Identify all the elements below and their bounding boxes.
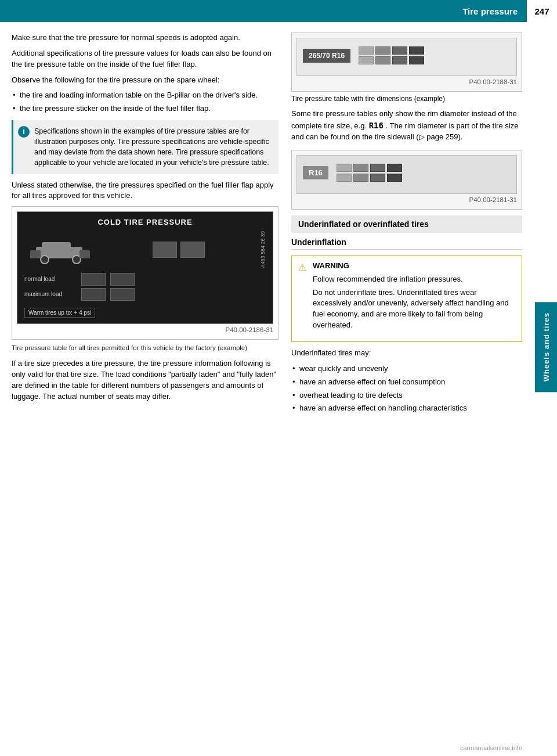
- warning-triangle-icon: ⚠: [296, 262, 308, 273]
- r16-table-image: R16: [296, 155, 517, 194]
- section-subheading: Underinflation: [291, 237, 522, 247]
- tire-table-title: COLD TIRE PRESSURE: [24, 218, 266, 226]
- img2-desc: Tire pressure table with tire dimensions…: [291, 94, 522, 104]
- tire-table-warm: Warm tires up to: + 4 psi: [24, 308, 95, 318]
- img1-caption: P40.00-2186-31: [17, 325, 273, 333]
- img1-desc: Tire pressure table for all tires permit…: [12, 343, 278, 353]
- divider: [291, 249, 522, 250]
- bullet-under-3: overheat leading to tire defects: [291, 390, 522, 401]
- right-column: 265/70 R16: [291, 33, 545, 419]
- svg-rect-1: [42, 242, 71, 250]
- tire-row-normal: normal load: [24, 273, 266, 286]
- r16-row-main: R16: [303, 164, 511, 182]
- img2-box: 265/70 R16: [291, 33, 522, 92]
- bullet-under-2: have an adverse effect on fuel consumpti…: [291, 377, 522, 388]
- r16-label: R16: [303, 166, 328, 179]
- left-para3: Observe the following for the tire press…: [12, 75, 278, 86]
- r16-265-image: 265/70 R16: [296, 38, 517, 76]
- left-para2: Additional specifications of tire pressu…: [12, 48, 278, 70]
- svg-rect-4: [79, 250, 90, 258]
- info-box: i Specifications shown in the examples o…: [12, 120, 278, 174]
- main-content: Make sure that the tire pressure for nor…: [0, 22, 557, 429]
- tire-pressure-image-box: COLD TIRE PRESSURE A46: [12, 206, 278, 340]
- header-bar: Tire pressure 247: [0, 0, 557, 22]
- info-text: Specifications shown in the examples of …: [34, 127, 269, 167]
- header-title: Tire pressure: [0, 6, 527, 16]
- svg-rect-5: [30, 250, 41, 258]
- left-column: Make sure that the tire pressure for nor…: [12, 33, 278, 419]
- left-para5: If a tire size precedes a tire pressure,…: [12, 358, 278, 402]
- img3-box: R16: [291, 150, 522, 210]
- vehicle-icon: [24, 235, 100, 264]
- underinflated-intro: Underinflated tires may:: [291, 348, 522, 359]
- bold-code: R16: [369, 121, 384, 130]
- svg-point-3: [73, 255, 81, 264]
- warning-line2: Do not underinflate tires. Underinflated…: [313, 287, 515, 331]
- bullet-list-1: the tire and loading information table o…: [12, 90, 278, 114]
- info-icon: i: [18, 126, 30, 138]
- r16-265-label: 265/70 R16: [303, 49, 350, 63]
- underinflated-list: wear quickly and unevenly have an advers…: [291, 363, 522, 414]
- img3-caption: P40.00-2181-31: [296, 195, 517, 203]
- right-para1: Some tire pressure tables only show the …: [291, 109, 522, 143]
- r16-265-row1: 265/70 R16: [303, 46, 511, 64]
- bullet-under-1: wear quickly and unevenly: [291, 363, 522, 375]
- left-para4: Unless stated otherwise, the tire pressu…: [12, 180, 278, 202]
- warning-line1: Follow recommended tire inflation pressu…: [313, 274, 515, 285]
- svg-point-2: [41, 255, 49, 264]
- bullet-under-4: have an adverse effect on handling chara…: [291, 403, 522, 414]
- img2-caption: P40.00-2188-31: [296, 77, 517, 85]
- bullet-item-2: the tire pressure sticker on the inside …: [12, 103, 278, 114]
- tire-row-max: maximum load: [24, 288, 266, 301]
- warning-box: ⚠ WARNING Follow recommended tire inflat…: [291, 255, 522, 342]
- watermark: carmanualsonline.info: [460, 744, 522, 751]
- left-para1: Make sure that the tire pressure for nor…: [12, 33, 278, 44]
- warning-title: WARNING: [313, 261, 515, 272]
- side-tab-label: Wheels and tires: [535, 302, 557, 392]
- bullet-item-1: the tire and loading information table o…: [12, 90, 278, 101]
- section-heading-bar: Underinflated or overinflated tires: [291, 215, 522, 233]
- section-heading-text: Underinflated or overinflated tires: [298, 219, 429, 229]
- page-number: 247: [527, 0, 557, 22]
- tire-table-image: COLD TIRE PRESSURE A46: [17, 211, 273, 324]
